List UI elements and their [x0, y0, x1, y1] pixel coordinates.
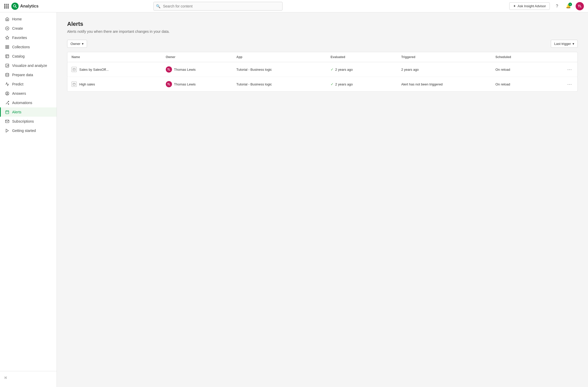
user-avatar[interactable]: TL: [576, 2, 584, 10]
row1-check-icon: ✓: [331, 67, 334, 72]
sidebar-bottom: [0, 371, 57, 385]
search-bar: 🔍: [153, 2, 283, 11]
help-button[interactable]: ?: [553, 2, 561, 10]
table-row: High sales TL Thomas Lewis Tutorial - Bu…: [67, 77, 577, 91]
sidebar-item-create[interactable]: Create: [0, 24, 57, 33]
sidebar: Home Create Favorites Collections: [0, 12, 57, 387]
col-scheduled: Scheduled: [491, 52, 562, 62]
row2-more-button[interactable]: ···: [566, 81, 573, 88]
sidebar-subscriptions-label: Subscriptions: [12, 119, 34, 123]
main-area: Home Create Favorites Collections: [0, 12, 588, 387]
sidebar-item-collections[interactable]: Collections: [0, 42, 57, 52]
row1-owner-name: Thomas Lewis: [174, 68, 196, 72]
row1-name[interactable]: Sales by SalesOff...: [79, 68, 109, 72]
row1-owner-cell: TL Thomas Lewis: [162, 63, 232, 76]
alert-row2-icon: [72, 82, 77, 87]
sidebar-item-prepare[interactable]: Prepare data: [0, 70, 57, 80]
sidebar-item-predict[interactable]: Predict: [0, 80, 57, 89]
sidebar-visualize-label: Visualize and analyze: [12, 64, 47, 68]
search-input[interactable]: [153, 2, 283, 11]
help-icon: ?: [556, 4, 558, 9]
getting-started-icon: [5, 128, 10, 133]
sidebar-item-subscriptions[interactable]: Subscriptions: [0, 117, 57, 126]
owner-filter-button[interactable]: Owner ▾: [67, 40, 87, 48]
row1-name-cell: Sales by SalesOff...: [67, 63, 162, 76]
sidebar-alerts-label: Alerts: [12, 110, 21, 114]
collapse-sidebar-button[interactable]: [0, 373, 57, 383]
sidebar-collections-label: Collections: [12, 45, 30, 49]
answers-icon: [5, 91, 10, 96]
row2-evaluated: 2 years ago: [335, 82, 353, 86]
row1-triggered: 2 years ago: [401, 68, 419, 72]
top-bar: Analytics 🔍 ✦ Ask Insight Advisor ? 🔔 1 …: [0, 0, 588, 12]
svg-point-14: [6, 73, 9, 74]
row2-app: Tutorial - Business logic: [236, 82, 272, 86]
row1-app: Tutorial - Business logic: [236, 68, 272, 72]
sidebar-getting-started-label: Getting started: [12, 129, 36, 133]
row2-owner-name: Thomas Lewis: [174, 82, 196, 86]
row2-name[interactable]: High sales: [79, 82, 95, 86]
last-trigger-label: Last trigger: [554, 42, 571, 46]
page-title: Alerts: [67, 21, 578, 27]
search-icon: 🔍: [156, 4, 160, 8]
sidebar-item-alerts[interactable]: Alerts: [0, 107, 57, 117]
collections-icon: [5, 45, 10, 49]
row2-triggered-cell: Alert has not been triggered: [397, 79, 491, 90]
sidebar-answers-label: Answers: [12, 91, 26, 96]
row1-scheduled-cell: On reload: [491, 64, 562, 75]
collapse-icon: [4, 376, 8, 381]
notifications-button[interactable]: 🔔 1: [564, 2, 573, 10]
row1-more-button[interactable]: ···: [566, 66, 573, 73]
page-description: Alerts notify you when there are importa…: [67, 29, 578, 34]
sidebar-predict-label: Predict: [12, 82, 23, 86]
create-icon: [5, 26, 10, 31]
sidebar-item-answers[interactable]: Answers: [0, 89, 57, 98]
row2-app-cell: Tutorial - Business logic: [232, 79, 326, 90]
row1-triggered-cell: 2 years ago: [397, 64, 491, 75]
predict-icon: [5, 82, 10, 86]
catalog-icon: [5, 54, 10, 59]
visualize-icon: [5, 63, 10, 68]
sidebar-create-label: Create: [12, 26, 23, 30]
qlik-logo[interactable]: Analytics: [11, 3, 38, 10]
table-row: Sales by SalesOff... TL Thomas Lewis Tut…: [67, 62, 577, 77]
col-owner: Owner: [162, 52, 232, 62]
row1-app-cell: Tutorial - Business logic: [232, 64, 326, 75]
alert-row1-icon: [72, 67, 77, 72]
sidebar-item-visualize[interactable]: Visualize and analyze: [0, 61, 57, 70]
row2-owner-cell: TL Thomas Lewis: [162, 77, 232, 91]
svg-marker-5: [5, 36, 9, 39]
row1-evaluated-cell: ✓ 2 years ago: [326, 64, 397, 75]
sidebar-item-home[interactable]: Home: [0, 14, 57, 24]
star-icon: [5, 35, 10, 40]
main-content: Alerts Alerts notify you when there are …: [57, 12, 588, 387]
automations-icon: [5, 100, 10, 105]
toolbar: Owner ▾ Last trigger ▾: [67, 40, 578, 48]
notification-badge: 1: [568, 3, 572, 6]
row1-actions-cell: ···: [562, 62, 577, 77]
row1-scheduled: On reload: [495, 68, 510, 72]
top-bar-right: ✦ Ask Insight Advisor ? 🔔 1 TL: [509, 2, 584, 10]
sidebar-item-favorites[interactable]: Favorites: [0, 33, 57, 42]
col-app: App: [232, 52, 326, 62]
col-evaluated: Evaluated: [326, 52, 397, 62]
owner-chevron-icon: ▾: [82, 42, 84, 46]
sidebar-item-getting-started[interactable]: Getting started: [0, 126, 57, 135]
svg-rect-10: [6, 55, 9, 58]
svg-rect-6: [6, 45, 7, 47]
table-header: Name Owner App Evaluated Triggered Sched…: [67, 52, 577, 62]
grid-menu-icon[interactable]: [4, 4, 9, 9]
sidebar-item-catalog[interactable]: Catalog: [0, 52, 57, 61]
app-title-label: Analytics: [20, 4, 38, 9]
sidebar-prepare-label: Prepare data: [12, 73, 33, 77]
search-wrapper: 🔍: [153, 2, 283, 11]
svg-rect-19: [6, 111, 9, 114]
insight-advisor-button[interactable]: ✦ Ask Insight Advisor: [509, 2, 550, 10]
row2-scheduled: On reload: [495, 82, 510, 86]
svg-rect-7: [7, 45, 9, 47]
svg-rect-26: [73, 68, 75, 71]
last-trigger-sort-button[interactable]: Last trigger ▾: [551, 40, 578, 48]
row2-owner-avatar: TL: [166, 81, 172, 87]
col-triggered: Triggered: [397, 52, 491, 62]
sidebar-item-automations[interactable]: Automations: [0, 98, 57, 107]
